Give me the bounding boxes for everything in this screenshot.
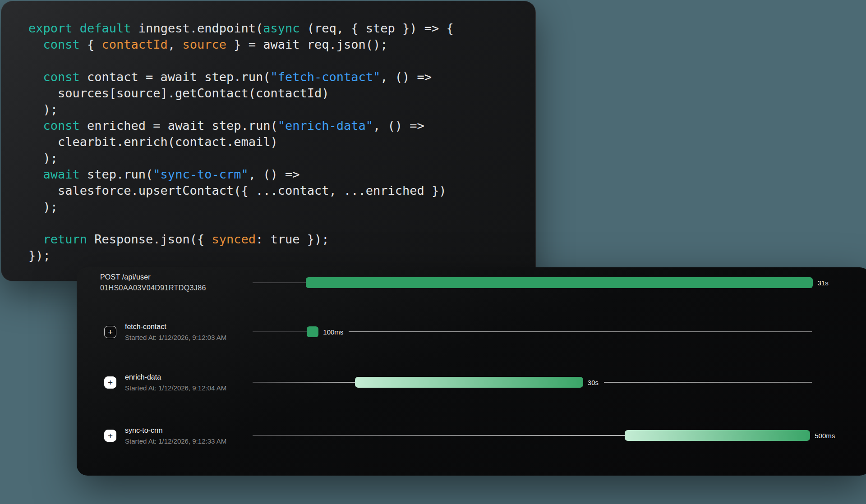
duration-label: 30s	[588, 379, 599, 386]
duration-bar[interactable]	[307, 326, 318, 337]
step-started-at: Started At: 1/12/2026, 9:12:04 AM	[125, 384, 226, 392]
trace-header-track: 31s	[253, 270, 812, 295]
code-line: const { contactId, source } = await req.…	[28, 37, 535, 53]
code-line: export default inngest.endpoint(async (r…	[28, 20, 535, 37]
code-token-kw: return	[43, 232, 88, 246]
code-token-pl: );	[28, 200, 58, 214]
code-token-pl: Response.json({	[87, 232, 212, 246]
duration-bar[interactable]	[306, 277, 813, 288]
code-token-pl: });	[28, 248, 51, 262]
step-started-at: Started At: 1/12/2026, 9:12:33 AM	[125, 437, 226, 445]
trace-header-row: POST /api/user 01HS0AA03V04D91RTDQ3J86 3…	[77, 270, 866, 295]
code-line: );	[28, 101, 535, 118]
code-token-var: contactId	[102, 37, 168, 51]
code-token-pl: } = await req.json();	[226, 37, 388, 51]
code-token-var: source	[182, 37, 226, 51]
step-started-at: Started At: 1/12/2026, 9:12:03 AM	[125, 334, 226, 341]
page-background: { "page": { "background_color": "#4c6a74…	[0, 0, 866, 504]
code-line: return Response.json({ synced: true });	[28, 231, 535, 247]
code-token-kw: export	[28, 21, 73, 35]
step-text-block: enrich-dataStarted At: 1/12/2026, 9:12:0…	[125, 373, 226, 392]
code-token-pl: step.run(	[80, 167, 153, 181]
code-token-pl: );	[28, 102, 58, 116]
code-token-kw: async	[263, 21, 299, 35]
code-token-pl: );	[28, 151, 58, 165]
code-token-pl: {	[80, 37, 102, 51]
code-token-pl: sources[source].getContact(contactId)	[28, 86, 329, 100]
timeline-leading-line	[253, 282, 306, 283]
code-line: const contact = await step.run("fetch-co…	[28, 69, 535, 85]
duration-bar[interactable]	[355, 377, 583, 388]
code-token-str: "enrich-data"	[278, 119, 373, 133]
trace-request-title: POST /api/user	[100, 273, 206, 281]
duration-label: 100ms	[323, 328, 343, 336]
step-track: 100ms	[253, 319, 812, 344]
code-token-str: "fetch-contact"	[270, 70, 380, 84]
code-token-kw: const	[43, 37, 80, 51]
code-token-pl: clearbit.enrich(contact.email)	[28, 135, 278, 149]
plus-icon: +	[108, 328, 113, 336]
code-line: const enriched = await step.run("enrich-…	[28, 118, 535, 134]
expand-step-button[interactable]: +	[104, 430, 116, 442]
step-name: sync-to-crm	[125, 426, 226, 435]
expand-step-button[interactable]: +	[104, 326, 116, 338]
trace-step-row: +sync-to-crmStarted At: 1/12/2026, 9:12:…	[77, 423, 866, 448]
step-left-zone: +enrich-dataStarted At: 1/12/2026, 9:12:…	[77, 373, 253, 392]
step-left-zone: +fetch-contactStarted At: 1/12/2026, 9:1…	[77, 323, 253, 341]
code-token-pl: (req, { step }) => {	[300, 21, 454, 35]
code-token-pl: , () =>	[380, 70, 432, 84]
plus-icon: +	[108, 431, 113, 440]
step-text-block: sync-to-crmStarted At: 1/12/2026, 9:12:3…	[125, 426, 226, 445]
step-text-block: fetch-contactStarted At: 1/12/2026, 9:12…	[125, 323, 226, 341]
code-line	[28, 53, 535, 69]
duration-label: 500ms	[815, 432, 835, 440]
trace-step-row: +fetch-contactStarted At: 1/12/2026, 9:1…	[77, 319, 866, 344]
code-token-pl: : true });	[256, 232, 329, 246]
expand-step-button[interactable]: +	[104, 376, 116, 389]
code-token-pl: , () =>	[373, 119, 424, 133]
trace-header-text: POST /api/user 01HS0AA03V04D91RTDQ3J86	[100, 273, 206, 292]
code-line: await step.run("sync-to-crm", () =>	[28, 166, 535, 183]
code-token-pl	[28, 70, 43, 84]
code-token-kw: const	[43, 70, 80, 84]
code-content: export default inngest.endpoint(async (r…	[28, 20, 535, 264]
trace-run-id: 01HS0AA03V04D91RTDQ3J86	[100, 284, 206, 292]
duration-label: 31s	[817, 279, 828, 287]
code-line: });	[28, 247, 535, 264]
step-name: enrich-data	[125, 373, 226, 381]
duration-bar[interactable]	[625, 430, 811, 441]
step-track: 30s	[253, 370, 812, 395]
code-token-pl	[28, 37, 43, 51]
code-line: );	[28, 199, 535, 215]
step-left-zone: +sync-to-crmStarted At: 1/12/2026, 9:12:…	[77, 426, 253, 445]
code-token-pl: inngest.endpoint(	[131, 21, 263, 35]
timeline-trailing-line	[349, 331, 812, 332]
code-token-var: synced	[212, 232, 256, 246]
timeline-leading-line	[253, 382, 355, 383]
code-token-kw: const	[43, 119, 80, 133]
code-line: clearbit.enrich(contact.email)	[28, 134, 535, 150]
code-token-pl: , () =>	[249, 167, 300, 181]
code-editor-panel: export default inngest.endpoint(async (r…	[1, 1, 536, 281]
code-token-pl: enriched = await step.run(	[80, 119, 278, 133]
code-line: );	[28, 150, 535, 166]
code-line	[28, 215, 535, 231]
timeline-leading-line	[253, 331, 307, 332]
step-name: fetch-contact	[125, 323, 226, 331]
code-token-str: "sync-to-crm"	[153, 167, 248, 181]
code-token-pl	[73, 21, 80, 35]
trace-timeline-panel: POST /api/user 01HS0AA03V04D91RTDQ3J86 3…	[77, 267, 866, 476]
timeline-leading-line	[253, 435, 625, 436]
code-line: sources[source].getContact(contactId)	[28, 85, 535, 101]
step-track: 500ms	[253, 423, 812, 448]
code-line: salesforce.upsertContact({ ...contact, .…	[28, 183, 535, 199]
code-token-pl: ,	[168, 37, 183, 51]
code-token-pl	[28, 167, 43, 181]
code-token-pl: salesforce.upsertContact({ ...contact, .…	[28, 183, 447, 197]
trace-step-row: +enrich-dataStarted At: 1/12/2026, 9:12:…	[77, 370, 866, 395]
timeline-trailing-line	[604, 382, 812, 383]
code-token-pl: contact = await step.run(	[80, 70, 271, 84]
code-token-kw: await	[43, 167, 80, 181]
code-token-pl	[28, 232, 43, 246]
plus-icon: +	[108, 378, 113, 387]
